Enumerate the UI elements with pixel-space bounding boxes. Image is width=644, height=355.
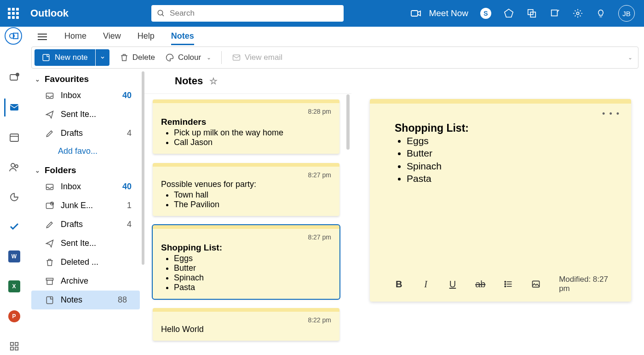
view-email-button: View email (232, 53, 282, 62)
rail-files-icon[interactable] (4, 188, 23, 206)
tab-home[interactable]: Home (64, 29, 86, 45)
note-card-item: Pick up milk on the way home (174, 128, 331, 138)
settings-icon[interactable] (572, 8, 583, 19)
folder-pane: ⌄ Favourites Inbox40Sent Ite...Drafts4 A… (27, 69, 144, 355)
underline-button[interactable]: U (448, 279, 457, 290)
note-card[interactable]: 8:27 pmPossible venues for party:Town ha… (153, 163, 339, 216)
folders-header[interactable]: ⌄ Folders (35, 165, 144, 175)
app-launcher-button[interactable] (0, 8, 27, 19)
note-editor[interactable]: • • • Shopping List: EggsButterSpinachPa… (370, 99, 631, 302)
rail-todo-icon[interactable] (4, 218, 23, 236)
favourites-header[interactable]: ⌄ Favourites (35, 74, 144, 84)
tab-notes[interactable]: Notes (171, 29, 194, 45)
folder-label: Archive (61, 276, 88, 286)
folder-icon (45, 277, 54, 286)
folder-count: 4 (127, 220, 132, 229)
svg-rect-21 (15, 347, 17, 349)
folder-item[interactable]: Drafts4 (27, 215, 144, 234)
svg-point-0 (158, 10, 163, 15)
trash-icon (120, 53, 129, 62)
folder-item[interactable]: Sent Ite... (27, 105, 144, 124)
note-card[interactable]: 8:28 pmRemindersPick up milk on the way … (153, 99, 339, 154)
bullet-list-button[interactable] (504, 279, 513, 289)
folder-icon (45, 201, 54, 210)
folder-item[interactable]: Sent Ite... (27, 234, 144, 253)
note-title: Shopping List: (395, 122, 613, 134)
folder-count: 88 (118, 295, 127, 305)
toolbar-divider (221, 51, 222, 64)
note-more-icon[interactable]: • • • (602, 109, 620, 119)
skype-icon[interactable]: S (480, 8, 491, 19)
rail-mail-icon[interactable] (4, 99, 23, 116)
folder-icon (45, 258, 54, 267)
nav-toggle-button[interactable] (33, 34, 52, 40)
account-avatar[interactable]: JB (618, 5, 635, 22)
folder-item[interactable]: Drafts4 (27, 124, 144, 143)
svg-point-16 (11, 163, 15, 167)
new-note-button[interactable]: New note (34, 49, 95, 66)
outlook-round-icon[interactable] (5, 27, 22, 45)
new-note-dropdown[interactable] (96, 49, 109, 66)
folder-item[interactable]: Junk E...1 (27, 196, 144, 215)
search-input[interactable] (170, 9, 338, 18)
rail-excel-icon[interactable]: X (4, 278, 23, 296)
note-card-item: Call Jason (174, 138, 331, 147)
add-favourite-link[interactable]: Add favo... (27, 143, 144, 160)
search-box[interactable] (151, 5, 344, 22)
note-card-time: 8:28 pm (161, 108, 331, 115)
favourites-label: Favourites (45, 74, 89, 84)
svg-point-17 (15, 165, 18, 168)
note-card-time: 8:27 pm (161, 171, 331, 179)
note-card-lead: Possible venues for party: (161, 180, 331, 189)
svg-rect-13 (10, 104, 18, 111)
note-card[interactable]: 8:22 pmHello World (153, 308, 339, 341)
notes-scrollbar[interactable] (346, 94, 350, 150)
folder-item[interactable]: Inbox40 (27, 177, 144, 196)
colour-button[interactable]: Colour ⌄ (165, 53, 211, 62)
note-card-lead: Hello World (161, 325, 331, 334)
svg-point-12 (16, 73, 19, 76)
translate-icon[interactable] (526, 8, 537, 19)
rail-more-apps-icon[interactable] (4, 337, 23, 355)
note-card[interactable]: 8:27 pmShopping List:EggsButterSpinachPa… (153, 225, 339, 299)
note-card-item: Butter (174, 263, 331, 273)
svg-rect-18 (10, 342, 13, 345)
note-body-item: Butter (407, 147, 613, 159)
strikethrough-button[interactable]: ab (475, 279, 485, 290)
avatar-initials: JB (622, 10, 631, 17)
note-body-item: Pasta (407, 172, 613, 185)
rail-powerpoint-icon[interactable]: P (4, 307, 23, 325)
notes-list-pane: Notes ☆ 8:28 pmRemindersPick up milk on … (144, 69, 351, 355)
rail-people-icon[interactable] (4, 158, 23, 176)
video-icon (410, 8, 421, 19)
folder-label: Deleted ... (61, 257, 98, 267)
svg-point-34 (505, 284, 506, 285)
bold-button[interactable]: B (395, 279, 403, 290)
rail-calendar-icon[interactable] (4, 128, 23, 146)
tab-view[interactable]: View (103, 29, 121, 45)
star-outline-icon[interactable]: ☆ (209, 76, 218, 87)
tab-help[interactable]: Help (138, 29, 155, 45)
view-email-label: View email (245, 53, 282, 62)
svg-rect-2 (411, 11, 418, 16)
folder-item[interactable]: Archive (27, 272, 144, 291)
italic-button[interactable]: I (421, 279, 430, 290)
image-button[interactable] (531, 279, 540, 289)
note-card-item: Eggs (174, 254, 331, 263)
chevron-down-icon: ⌄ (207, 54, 211, 61)
tips-icon[interactable] (595, 8, 606, 19)
delete-button[interactable]: Delete (120, 53, 155, 62)
mail-icon (232, 53, 241, 62)
folder-label: Drafts (61, 220, 83, 229)
rail-new-mail-icon[interactable] (4, 69, 23, 87)
folder-item[interactable]: Inbox40 (27, 86, 144, 105)
meet-now-button[interactable]: Meet Now (410, 8, 468, 19)
folder-item[interactable]: Deleted ... (27, 253, 144, 272)
announcement-icon[interactable] (549, 8, 560, 19)
rail-word-icon[interactable]: W (4, 248, 23, 266)
left-app-rail: W X P (0, 69, 27, 355)
folder-item[interactable]: Notes88 (31, 291, 140, 309)
note-icon (42, 53, 50, 62)
premium-icon[interactable] (503, 8, 514, 19)
ribbon-expand-button[interactable]: ⌄ (625, 54, 635, 61)
